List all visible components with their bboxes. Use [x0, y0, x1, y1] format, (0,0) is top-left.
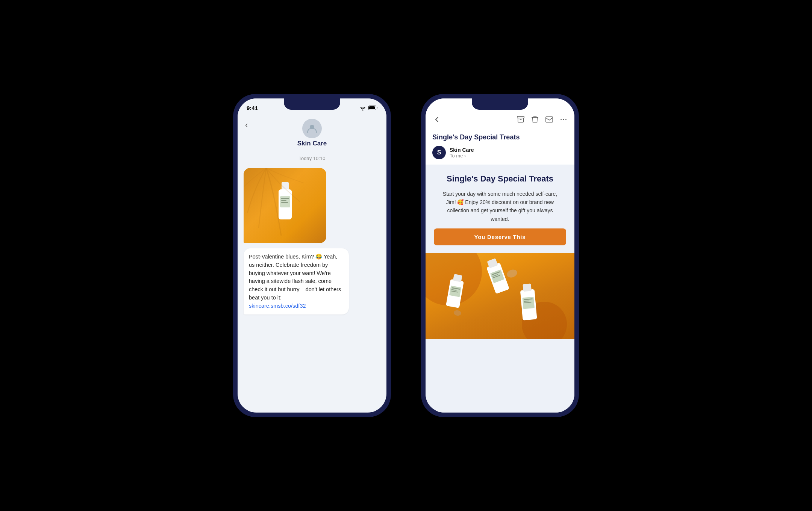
email-phone-notch — [472, 98, 528, 110]
sender-to[interactable]: To me › — [450, 153, 474, 159]
svg-rect-10 — [546, 117, 553, 122]
email-header-bar — [426, 113, 574, 128]
trash-icon[interactable] — [531, 115, 539, 124]
phone-notch — [284, 98, 340, 110]
message-timestamp: Today 10:10 — [244, 156, 380, 161]
svg-point-11 — [561, 119, 562, 120]
email-body-text: Start your day with some much needed sel… — [440, 190, 560, 224]
email-action-icons — [517, 115, 568, 124]
sender-avatar: S — [432, 146, 446, 159]
email-subject: Single's Day Special Treats — [426, 128, 574, 144]
product-bottles-email — [426, 253, 568, 339]
battery-icon — [368, 106, 377, 110]
person-icon — [306, 123, 318, 134]
product-image-bubble — [244, 168, 326, 243]
sms-phone: 9:41 ‹ — [233, 94, 391, 417]
svg-rect-21 — [453, 274, 462, 282]
shell-2 — [453, 310, 462, 316]
email-sender-row: S Skin Care To me › — [426, 144, 574, 165]
archive-icon[interactable] — [517, 115, 525, 124]
svg-point-13 — [565, 119, 567, 120]
sms-link[interactable]: skincare.smsb.co/sdf32 — [249, 303, 306, 309]
sender-name: Skin Care — [450, 147, 474, 153]
status-icons — [359, 106, 377, 110]
sms-message-text: Post-Valentine blues, Kim? 😂 Yeah, us ne… — [249, 254, 341, 301]
more-icon[interactable] — [559, 115, 568, 124]
sender-initial: S — [437, 149, 441, 156]
sms-header: ‹ Skin Care — [238, 115, 386, 152]
contact-name: Skin Care — [297, 140, 327, 147]
mail-icon[interactable] — [545, 115, 553, 124]
email-card: Single's Day Special Treats Start your d… — [426, 165, 574, 253]
status-time: 9:41 — [247, 105, 258, 111]
contact-avatar — [302, 119, 322, 138]
cta-button[interactable]: You Deserve This — [434, 228, 566, 245]
wifi-icon — [359, 106, 366, 110]
email-headline: Single's Day Special Treats — [447, 174, 553, 184]
sms-text-bubble: Post-Valentine blues, Kim? 😂 Yeah, us ne… — [244, 248, 349, 314]
email-back-icon[interactable] — [432, 115, 441, 124]
back-button[interactable]: ‹ — [245, 120, 248, 130]
svg-rect-27 — [523, 284, 532, 292]
product-image-email — [426, 253, 574, 339]
sender-info: Skin Care To me › — [450, 147, 474, 159]
svg-rect-9 — [517, 116, 524, 118]
svg-rect-22 — [449, 286, 461, 297]
sms-messages: Today 10:10 — [238, 152, 386, 413]
email-body: Single's Day Special Treats Start your d… — [426, 165, 574, 413]
shell-1 — [506, 268, 518, 279]
email-phone: Single's Day Special Treats S Skin Care … — [421, 94, 579, 417]
svg-point-12 — [563, 119, 564, 120]
palm-shadow — [244, 168, 326, 243]
svg-rect-1 — [369, 106, 375, 109]
